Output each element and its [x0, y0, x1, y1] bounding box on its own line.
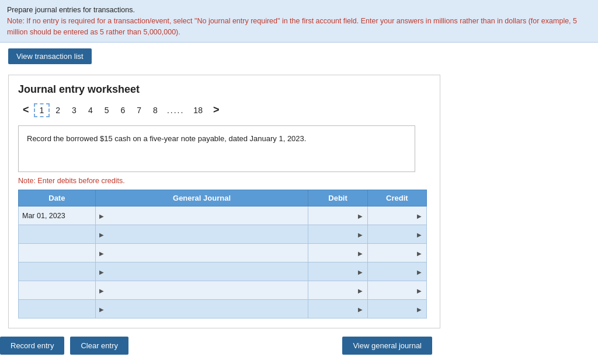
debit-cell[interactable]: [308, 262, 367, 281]
description-box: Record the borrowed $15 cash on a five-y…: [18, 125, 415, 172]
general-journal-cell[interactable]: [95, 225, 308, 244]
top-note: Prepare journal entries for transactions…: [0, 0, 598, 43]
worksheet-title: Journal entry worksheet: [18, 83, 430, 96]
header-general-journal: General Journal: [95, 190, 308, 206]
toolbar: View transaction list: [0, 43, 598, 70]
page-8[interactable]: 8: [147, 103, 164, 117]
date-cell[interactable]: [19, 300, 96, 318]
general-journal-cell[interactable]: [95, 244, 308, 262]
page-2[interactable]: 2: [50, 103, 66, 117]
table-row: [19, 262, 427, 281]
view-transaction-button[interactable]: View transaction list: [8, 48, 92, 64]
page-6[interactable]: 6: [115, 103, 131, 117]
debit-cell[interactable]: [308, 225, 367, 244]
record-entry-button[interactable]: Record entry: [0, 337, 64, 355]
table-row: [19, 300, 427, 318]
credit-cell[interactable]: [367, 262, 426, 281]
note-line1: Prepare journal entries for transactions…: [7, 5, 591, 16]
note-line2: Note: If no entry is required for a tran…: [7, 16, 591, 38]
bottom-buttons: Record entry Clear entry View general jo…: [0, 337, 432, 355]
header-debit: Debit: [308, 190, 367, 206]
debit-cell[interactable]: [308, 300, 367, 318]
journal-table: Date General Journal Debit Credit Mar 01…: [18, 190, 427, 318]
header-date: Date: [19, 190, 96, 206]
general-journal-cell[interactable]: [95, 281, 308, 300]
page-1[interactable]: 1: [34, 103, 50, 117]
credit-cell[interactable]: [367, 206, 426, 225]
credit-cell[interactable]: [367, 281, 426, 300]
page-dots: .....: [164, 103, 187, 117]
table-row: [19, 244, 427, 262]
page-4[interactable]: 4: [82, 103, 99, 117]
view-general-journal-button[interactable]: View general journal: [342, 337, 432, 355]
date-cell[interactable]: [19, 281, 96, 300]
table-row: Mar 01, 2023: [19, 206, 427, 225]
debit-cell[interactable]: [308, 244, 367, 262]
pagination: < 1 2 3 4 5 6 7 8 ..... 18 >: [18, 103, 430, 117]
credit-cell[interactable]: [367, 300, 426, 318]
clear-entry-button[interactable]: Clear entry: [70, 337, 128, 355]
general-journal-cell[interactable]: [95, 262, 308, 281]
general-journal-cell[interactable]: [95, 300, 308, 318]
header-credit: Credit: [367, 190, 426, 206]
page-7[interactable]: 7: [131, 103, 147, 117]
general-journal-cell[interactable]: [95, 206, 308, 225]
date-cell[interactable]: [19, 225, 96, 244]
worksheet-container: Journal entry worksheet < 1 2 3 4 5 6 7 …: [8, 75, 440, 328]
page-3[interactable]: 3: [66, 103, 82, 117]
date-cell[interactable]: [19, 262, 96, 281]
page-18[interactable]: 18: [187, 103, 208, 117]
date-cell[interactable]: [19, 244, 96, 262]
table-row: [19, 281, 427, 300]
debit-cell[interactable]: [308, 206, 367, 225]
next-page-button[interactable]: >: [208, 103, 224, 117]
table-row: [19, 225, 427, 244]
prev-page-button[interactable]: <: [18, 103, 34, 117]
note-debits: Note: Enter debits before credits.: [18, 177, 430, 185]
debit-cell[interactable]: [308, 281, 367, 300]
date-cell[interactable]: Mar 01, 2023: [19, 206, 96, 225]
credit-cell[interactable]: [367, 225, 426, 244]
credit-cell[interactable]: [367, 244, 426, 262]
page-5[interactable]: 5: [99, 103, 115, 117]
